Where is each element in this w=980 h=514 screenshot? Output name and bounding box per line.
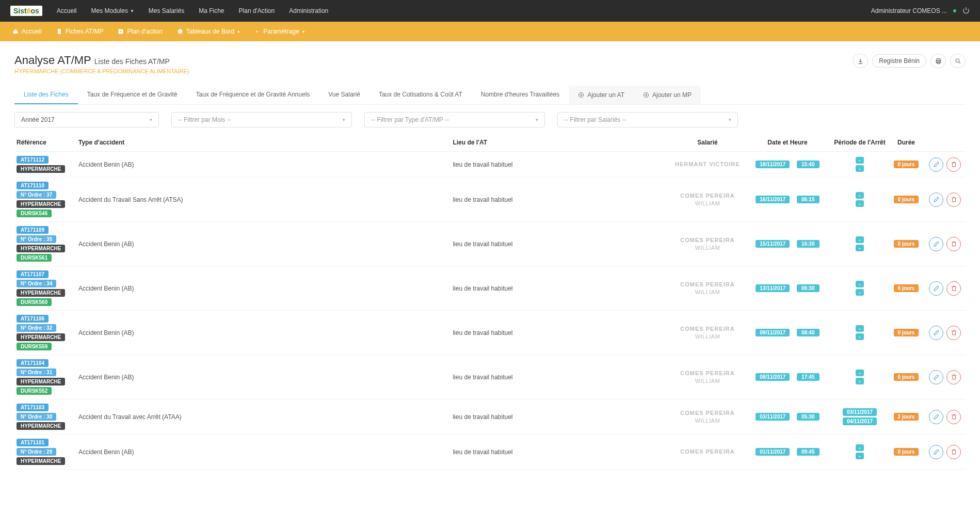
period-start: 03/11/2017 [843,408,877,416]
delete-button[interactable] [946,237,961,251]
ordre-badge: N° Ordre : 29 [17,448,56,456]
edit-button[interactable] [929,326,943,340]
svg-point-1 [256,31,258,33]
delete-button[interactable] [946,157,961,172]
download-button[interactable] [853,54,868,68]
registre-button[interactable]: Registre Bénin [872,54,926,68]
edit-icon [933,196,940,203]
trash-icon [951,448,957,455]
print-button[interactable] [930,54,946,68]
search-button[interactable] [950,54,966,68]
tab-add-mp-label: Ajouter un MP [652,91,692,99]
delete-button[interactable] [946,326,961,340]
site-badge: HYPERMARCHE [17,289,65,297]
duration-badge: 0 jours [894,160,919,168]
duration-badge: 0 jours [894,284,919,292]
filter-month[interactable]: -- Filtrer par Mois --▾ [171,112,352,127]
employee-cell: COMES PEREIRAWILLIAM [673,370,742,384]
logo[interactable]: Sistéos [10,6,42,16]
duration-badge: 0 jours [894,329,919,336]
col-lieu: Lieu de l'AT [451,134,671,152]
delete-button[interactable] [946,192,961,207]
page-tag: HYPERMARCHE (COMMERCE A PREDOMINANCE ALI… [14,68,189,74]
type-cell: Accident Benin (AB) [76,435,451,470]
chevron-down-icon: ▾ [343,117,345,122]
nav-modules[interactable]: Mes Modules▼ [91,7,134,14]
delete-button[interactable] [946,370,961,384]
tab-liste[interactable]: Liste des Fiches [14,86,78,104]
code-badge: DURSK561 [17,254,52,262]
employee-cell: HERMANT VICTOIRE [673,160,742,168]
power-icon[interactable] [962,7,970,15]
nav-accueil[interactable]: Accueil [57,7,77,14]
type-cell: Accident Benin (AB) [76,311,451,355]
duration-badge: 0 jours [894,448,919,456]
edit-button[interactable] [929,281,943,296]
edit-button[interactable] [929,192,943,207]
delete-button[interactable] [946,445,961,459]
lieu-cell: lieu de travail habituel [451,266,671,311]
col-reference: Référence [14,134,76,152]
tab-heures[interactable]: Nombre d'heures Travaillées [472,86,569,104]
period-end: - [856,289,863,296]
filter-salarie[interactable]: -- Filtrer par Salariés --▾ [557,112,738,127]
trash-icon [951,285,957,292]
edit-button[interactable] [929,370,943,384]
table-row: AT171101N° Ordre : 29HYPERMARCHE Acciden… [14,435,966,470]
delete-button[interactable] [946,410,961,424]
chevron-down-icon: ▾ [150,117,152,122]
nav-salaries[interactable]: Mes Salariés [149,7,184,14]
tab-cotisations[interactable]: Taux de Cotisations & Coût AT [369,86,472,104]
filter-year[interactable]: Année 2017▾ [14,112,159,127]
page-header: Analyse AT/MPListe des Fiches AT/MP HYPE… [14,54,966,74]
period-start: - [856,281,863,287]
nav-fiche[interactable]: Ma Fiche [199,7,224,14]
period-end: - [856,333,863,340]
delete-button[interactable] [946,281,961,296]
tab-add-at[interactable]: Ajouter un AT [569,86,634,104]
filter-type[interactable]: -- Filtrer par Type d'AT/MP --▾ [364,112,545,127]
date-badge: 16/11/2017 [756,196,790,203]
table-row: AT171109N° Ordre : 35HYPERMARCHEDURSK561… [14,222,966,266]
table-row: AT171110N° Ordre : 37HYPERMARCHEDURSK546… [14,178,966,222]
mod-fiches[interactable]: Fiches AT/MP [56,28,104,35]
page-title: Analyse AT/MP [14,54,91,67]
gear-icon [254,28,260,35]
date-badge: 01/11/2017 [756,448,790,456]
status-dot-icon [953,9,956,12]
edit-icon [933,374,940,380]
edit-button[interactable] [929,410,943,424]
ordre-badge: N° Ordre : 30 [17,413,56,421]
mod-tableaux-label: Tableaux de Bord [186,28,234,35]
col-periode: Période de l'Arrêt [831,134,888,152]
ref-badge: AT171106 [17,315,49,323]
trash-icon [951,240,957,247]
user-label[interactable]: Administrateur COMEOS ... [871,7,947,14]
time-badge: 09:45 [797,448,820,456]
mod-accueil[interactable]: Accueil [12,28,42,35]
edit-icon [933,161,940,168]
time-badge: 15:40 [797,160,820,168]
tab-vue-salarie[interactable]: Vue Salarié [319,86,369,104]
edit-button[interactable] [929,445,943,459]
mod-param[interactable]: Paramétrage▾ [254,28,304,35]
tab-taux-fga[interactable]: Taux de Fréquence et de Gravité Annuels [187,86,319,104]
edit-button[interactable] [929,157,943,172]
employee-cell: COMES PEREIRAWILLIAM [673,192,742,207]
time-badge: 17:45 [797,373,820,381]
nav-plan[interactable]: Plan d'Action [239,7,275,14]
period-start: - [856,157,863,164]
tab-taux-fg[interactable]: Taux de Fréquence et de Gravité [78,86,187,104]
mod-plan[interactable]: Plan d'action [118,28,162,35]
edit-icon [933,329,940,336]
mod-tableaux[interactable]: Tableaux de Bord▾ [177,28,239,35]
nav-admin[interactable]: Administration [289,7,328,14]
edit-button[interactable] [929,237,943,251]
mod-fiches-label: Fiches AT/MP [66,28,104,35]
period-end: - [856,200,863,207]
top-nav-right: Administrateur COMEOS ... [871,7,970,15]
tab-add-mp[interactable]: Ajouter un MP [634,86,701,104]
ref-badge: AT171104 [17,359,49,367]
time-badge: 16:30 [797,240,820,248]
mod-param-label: Paramétrage [263,28,299,35]
